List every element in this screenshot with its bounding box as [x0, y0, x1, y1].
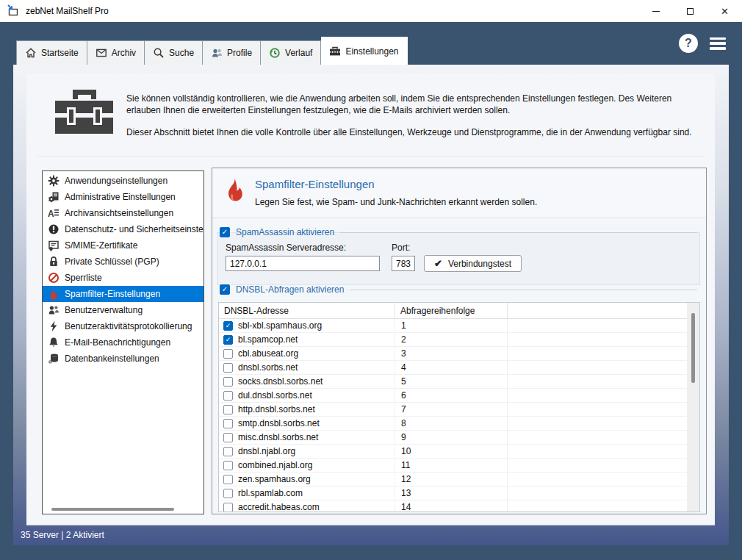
section-description: Sie können vollständig kontrollieren, wi… — [126, 93, 703, 138]
query-order: 5 — [395, 375, 508, 388]
flame-icon — [48, 288, 60, 300]
column-header-address[interactable]: DNSBL-Adresse — [219, 303, 395, 318]
dnsbl-row-checkbox[interactable]: ✓ — [223, 475, 233, 484]
table-row[interactable]: ✓ rbl.spamlab.com 13 — [219, 487, 687, 500]
maximize-button[interactable] — [673, 0, 707, 22]
dnsbl-address: bl.spamcop.net — [238, 334, 298, 345]
vertical-scrollbar-thumb[interactable] — [691, 313, 695, 383]
column-header-order[interactable]: Abfragereihenfolge — [395, 303, 508, 318]
table-row[interactable]: ✓ combined.njabl.org 11 — [219, 459, 687, 473]
table-row[interactable]: ✓ sbl-xbl.spamhaus.org 1 — [219, 319, 687, 333]
close-button[interactable]: ✕ — [707, 0, 742, 22]
tab-startseite[interactable]: Startseite — [16, 40, 87, 65]
table-row[interactable]: ✓ dnsbl.sorbs.net 4 — [219, 361, 687, 375]
dnsbl-row-checkbox[interactable]: ✓ — [223, 433, 233, 442]
tab-einstellungen[interactable]: Einstellungen — [321, 37, 407, 65]
dnsbl-row-checkbox[interactable]: ✓ — [223, 363, 233, 373]
sidebar-item-sperrliste[interactable]: Sperrliste — [43, 270, 203, 286]
profiles-icon — [211, 47, 223, 59]
dnsbl-row-checkbox[interactable]: ✓ — [223, 377, 233, 387]
horizontal-scrollbar[interactable] — [43, 504, 203, 514]
table-row[interactable]: ✓ socks.dnsbl.sorbs.net 5 — [219, 375, 687, 389]
dnsbl-row-checkbox[interactable]: ✓ — [223, 349, 233, 359]
port-input[interactable] — [392, 256, 415, 271]
dnsbl-address: dnsbl.sorbs.net — [238, 362, 298, 373]
dnsbl-row-checkbox[interactable]: ✓ — [223, 503, 233, 512]
minimize-button[interactable] — [638, 0, 673, 22]
table-row[interactable]: ✓ http.dnsbl.sorbs.net 7 — [219, 403, 687, 417]
dnsbl-address: socks.dnsbl.sorbs.net — [238, 376, 323, 387]
hamburger-menu-button[interactable] — [710, 37, 726, 50]
search-icon — [153, 47, 165, 59]
connection-test-label: Verbindungstest — [448, 259, 511, 269]
dnsbl-address: sbl-xbl.spamhaus.org — [238, 320, 322, 331]
sidebar-item-datenschutz[interactable]: Datenschutz- und Sicherheitseinstellunge… — [43, 221, 203, 237]
table-row[interactable]: ✓ bl.spamcop.net 2 — [219, 333, 687, 347]
tab-label: Startseite — [41, 48, 79, 58]
table-row[interactable]: ✓ dul.dnsbl.sorbs.net 6 — [219, 389, 687, 403]
tab-profile[interactable]: Profile — [203, 40, 261, 65]
dnsbl-row-checkbox[interactable]: ✓ — [223, 419, 233, 428]
dnsbl-row-checkbox[interactable]: ✓ — [223, 321, 233, 331]
sidebar-item-benutzeraktivitaetsprotokollierung[interactable]: Benutzeraktivitätsprotokollierung — [43, 318, 203, 334]
sidebar-item-smime-zertifikate[interactable]: S/MIME-Zertifikate — [43, 237, 203, 254]
sidebar-item-label: Anwendungseinstellungen — [65, 176, 168, 186]
ribbon-band: Startseite Archiv Suche Profile Verlauf … — [0, 22, 742, 65]
sidebar-item-label: Sperrliste — [65, 273, 102, 283]
dnsbl-address: cbl.abuseat.org — [238, 348, 298, 359]
table-row[interactable]: ✓ zen.spamhaus.org 12 — [219, 473, 687, 487]
sidebar-item-benutzerverwaltung[interactable]: Benutzerverwaltung — [43, 302, 203, 318]
description-paragraph-1: Sie können vollständig kontrollieren, wi… — [126, 93, 703, 116]
tab-verlauf[interactable]: Verlauf — [261, 40, 321, 65]
table-row[interactable]: ✓ smtp.dnsbl.sorbs.net 8 — [219, 417, 687, 431]
sidebar-item-datenbankeinstellungen[interactable]: Datenbankeinstellungen — [43, 351, 203, 367]
horizontal-scrollbar-thumb[interactable] — [51, 508, 174, 511]
help-button[interactable]: ? — [679, 34, 698, 53]
dnsbl-address: smtp.dnsbl.sorbs.net — [238, 418, 320, 428]
spamassassin-enable-checkbox[interactable]: ✓ — [220, 227, 230, 237]
table-row[interactable]: ✓ misc.dnsbl.sorbs.net 9 — [219, 431, 687, 445]
dnsbl-row-checkbox[interactable]: ✓ — [223, 335, 233, 345]
connection-test-button[interactable]: ✔ Verbindungstest — [424, 255, 522, 272]
sidebar-item-label: Private Schlüssel (PGP) — [65, 256, 159, 267]
table-row[interactable]: ✓ dnsbl.njabl.org 10 — [219, 445, 687, 459]
vertical-scrollbar[interactable] — [687, 303, 699, 511]
column-header-empty — [508, 303, 687, 318]
sidebar-item-administrative-einstellungen[interactable]: Administrative Einstellungen — [43, 189, 203, 205]
block-icon — [48, 272, 60, 284]
table-row[interactable]: ✓ cbl.abuseat.org 3 — [219, 347, 687, 361]
sidebar-item-private-schluessel[interactable]: Private Schlüssel (PGP) — [43, 254, 203, 270]
sidebar-item-label: Benutzeraktivitätsprotokollierung — [65, 321, 192, 331]
svg-text:A: A — [48, 209, 54, 219]
dnsbl-row-checkbox[interactable]: ✓ — [223, 461, 233, 470]
title-bar: zebNet MailShelf Pro ✕ — [0, 0, 742, 22]
admin-gear-icon — [48, 191, 60, 203]
dnsbl-enable-row: ✓ DNSBL-Abfragen aktivieren — [220, 284, 697, 295]
lock-icon — [48, 256, 60, 268]
dnsbl-row-checkbox[interactable]: ✓ — [223, 489, 233, 498]
sidebar-item-email-benachrichtigungen[interactable]: E-Mail-Benachrichtigungen — [43, 334, 203, 351]
query-order: 14 — [395, 500, 508, 512]
tab-label: Archiv — [112, 48, 136, 58]
tab-bar: Startseite Archiv Suche Profile Verlauf … — [16, 22, 408, 65]
dnsbl-row-checkbox[interactable]: ✓ — [223, 447, 233, 456]
sidebar-item-spamfilter-einstellungen[interactable]: Spamfilter-Einstellungen — [43, 286, 203, 302]
tab-suche[interactable]: Suche — [145, 40, 203, 65]
dnsbl-enable-label: DNSBL-Abfragen aktivieren — [236, 284, 344, 295]
app-logo-icon — [7, 4, 20, 18]
dnsbl-address: zen.spamhaus.org — [238, 474, 311, 484]
sidebar-item-archivansichtseinstellungen[interactable]: A Archivansichtseinstellungen — [43, 205, 203, 221]
dnsbl-address: http.dnsbl.sorbs.net — [238, 404, 315, 414]
table-row[interactable]: ✓ accredit.habeas.com 14 — [219, 500, 687, 512]
dnsbl-enable-checkbox[interactable]: ✓ — [220, 284, 230, 295]
dnsbl-table-body: ✓ sbl-xbl.spamhaus.org 1 ✓ bl.spamcop.ne… — [219, 319, 687, 511]
lightning-icon — [48, 320, 60, 332]
sidebar-item-anwendungseinstellungen[interactable]: Anwendungseinstellungen — [43, 173, 203, 189]
dnsbl-row-checkbox[interactable]: ✓ — [223, 391, 233, 401]
dnsbl-row-checkbox[interactable]: ✓ — [223, 405, 233, 414]
tab-archiv[interactable]: Archiv — [87, 40, 145, 65]
query-order: 13 — [395, 487, 508, 500]
server-address-input[interactable] — [226, 256, 380, 271]
spamfilter-settings-pane: Spamfilter-Einstellungen Legen Sie fest,… — [212, 168, 707, 514]
mail-icon — [96, 47, 107, 59]
